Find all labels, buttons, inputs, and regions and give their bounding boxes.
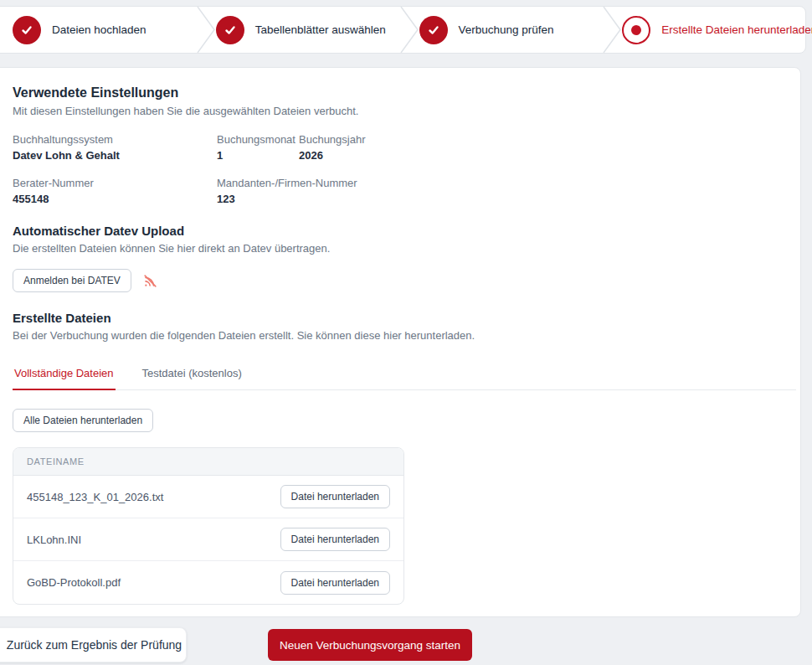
settings-row-2: Berater-Nummer 455148 Mandanten-/Firmen-…: [13, 177, 789, 205]
start-new-booking-button[interactable]: Neuen Verbuchungsvorgang starten: [268, 629, 472, 661]
step-tabellenblaetter-auswaehlen[interactable]: Tabellenblätter auswählen: [216, 7, 399, 53]
step-label: Tabellenblätter auswählen: [255, 23, 386, 36]
step-label: Erstellte Dateien herunterladen: [661, 23, 812, 36]
wizard-stepper: Dateien hochladen Tabellenblätter auswäh…: [0, 6, 806, 54]
download-file-button[interactable]: Datei herunterladen: [280, 571, 390, 595]
files-tabs: Vollständige Dateien Testdatei (kostenlo…: [13, 367, 796, 390]
chevron-separator-icon: [602, 7, 622, 53]
field-label: Buchhaltungssystem: [13, 133, 217, 146]
download-file-button[interactable]: Datei herunterladen: [280, 485, 390, 508]
files-section-title: Erstellte Dateien: [13, 311, 789, 325]
field-label: Mandanten-/Firmen-Nummer: [217, 177, 357, 189]
table-row: GoBD-Protokoll.pdf Datei herunterladen: [13, 561, 403, 604]
step-erstellte-dateien-herunterladen[interactable]: Erstellte Dateien herunterladen: [622, 7, 805, 53]
datev-login-row: Anmelden bei DATEV: [13, 269, 789, 292]
file-name: GoBD-Protokoll.pdf: [27, 576, 121, 589]
download-all-files-button[interactable]: Alle Dateien herunterladen: [13, 409, 153, 432]
datev-login-button[interactable]: Anmelden bei DATEV: [13, 269, 131, 292]
back-to-check-result-button[interactable]: Zurück zum Ergebnis der Prüfung: [0, 627, 187, 662]
tab-vollstaendige-dateien[interactable]: Vollständige Dateien: [13, 367, 116, 390]
file-name: 455148_123_K_01_2026.txt: [27, 491, 163, 503]
chevron-separator-icon: [399, 7, 419, 53]
field-label: Buchungsmonat: [217, 133, 299, 146]
check-icon: [13, 16, 41, 44]
field-buchhaltungssystem: Buchhaltungssystem Datev Lohn & Gehalt: [13, 133, 217, 162]
field-berater-nummer: Berater-Nummer 455148: [13, 177, 217, 205]
download-file-button[interactable]: Datei herunterladen: [280, 528, 390, 551]
settings-row-1: Buchhaltungssystem Datev Lohn & Gehalt B…: [13, 133, 789, 162]
main-content-card: Verwendete Einstellungen Mit diesen Eins…: [0, 67, 801, 617]
step-label: Dateien hochladen: [52, 23, 146, 36]
datev-upload-description: Die erstellten Dateien können Sie hier d…: [13, 242, 789, 255]
check-icon: [419, 16, 448, 44]
step-dateien-hochladen[interactable]: Dateien hochladen: [13, 7, 196, 53]
datev-upload-title: Automatischer Datev Upload: [13, 224, 789, 238]
field-buchungsmonat: Buchungsmonat 1: [217, 133, 299, 162]
check-icon: [216, 16, 244, 44]
settings-title: Verwendete Einstellungen: [13, 85, 789, 101]
field-label: Buchungsjahr: [299, 133, 366, 146]
table-row: 455148_123_K_01_2026.txt Datei herunterl…: [13, 476, 403, 518]
file-name: LKLohn.INI: [27, 534, 81, 546]
field-value: Datev Lohn & Gehalt: [13, 149, 217, 162]
field-value: 455148: [13, 193, 217, 205]
files-table-header: DATEINAME: [13, 448, 403, 476]
current-step-icon: [622, 16, 650, 44]
field-buchungsjahr: Buchungsjahr 2026: [299, 133, 366, 162]
step-label: Verbuchung prüfen: [459, 23, 554, 36]
connection-off-icon: [142, 273, 158, 289]
files-table: DATEINAME 455148_123_K_01_2026.txt Datei…: [13, 447, 404, 605]
field-mandanten-firmen-nummer: Mandanten-/Firmen-Nummer 123: [217, 177, 357, 205]
field-value: 123: [217, 193, 357, 205]
settings-description: Mit diesen Einstellungen haben Sie die a…: [13, 105, 789, 117]
field-value: 1: [217, 149, 299, 162]
table-row: LKLohn.INI Datei herunterladen: [13, 518, 403, 561]
field-value: 2026: [299, 149, 366, 162]
step-verbuchung-pruefen[interactable]: Verbuchung prüfen: [419, 7, 603, 53]
chevron-separator-icon: [196, 7, 216, 53]
files-section-description: Bei der Verbuchung wurden die folgenden …: [13, 329, 789, 342]
field-label: Berater-Nummer: [13, 177, 217, 189]
tab-testdatei-kostenlos[interactable]: Testdatei (kostenlos): [141, 367, 244, 390]
